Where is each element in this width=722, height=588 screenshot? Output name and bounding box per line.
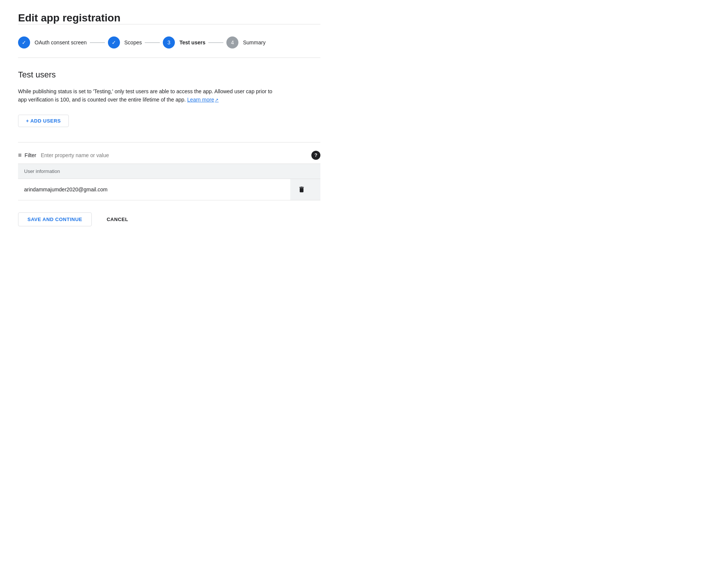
table-header: User information (18, 164, 320, 179)
filter-row: ≡ Filter ? (18, 147, 320, 164)
stepper: ✓ OAuth consent screen ✓ Scopes 3 Test u… (18, 36, 320, 58)
step-test-users: 3 Test users (163, 36, 205, 48)
step-label-oauth: OAuth consent screen (35, 39, 87, 45)
col-header-user-info: User information (18, 164, 290, 179)
step-circle-test-users: 3 (163, 36, 175, 48)
checkmark-icon: ✓ (22, 39, 26, 45)
step-scopes: ✓ Scopes (108, 36, 142, 48)
step-summary: 4 Summary (226, 36, 265, 48)
help-icon[interactable]: ? (311, 151, 320, 160)
description-text: While publishing status is set to 'Testi… (18, 87, 274, 104)
main-content: Test users While publishing status is se… (18, 70, 320, 226)
user-email: arindammajumder2020@gmail.com (18, 179, 290, 200)
step-circle-scopes: ✓ (108, 36, 120, 48)
step-connector-3 (208, 42, 223, 43)
table-body: arindammajumder2020@gmail.com (18, 179, 320, 200)
trash-icon (298, 186, 305, 193)
step-circle-oauth: ✓ (18, 36, 30, 48)
page-title: Edit app registration (18, 12, 320, 24)
filter-section: ≡ Filter ? User information arindammajum… (18, 142, 320, 200)
filter-icon: ≡ (18, 152, 21, 159)
title-divider (18, 24, 320, 24)
step-oauth: ✓ OAuth consent screen (18, 36, 87, 48)
users-table: User information arindammajumder2020@gma… (18, 164, 320, 200)
step-label-summary: Summary (243, 39, 265, 45)
section-title: Test users (18, 70, 320, 80)
step-label-test-users: Test users (179, 39, 205, 45)
step-label-scopes: Scopes (124, 39, 142, 45)
step-circle-summary: 4 (226, 36, 238, 48)
filter-input[interactable] (41, 152, 308, 158)
bottom-actions: SAVE AND CONTINUE CANCEL (18, 212, 320, 226)
add-users-button[interactable]: + ADD USERS (18, 115, 69, 127)
col-header-actions (290, 164, 320, 179)
learn-more-link[interactable]: Learn more↗ (187, 97, 219, 103)
cancel-button[interactable]: CANCEL (101, 213, 134, 226)
step-number-4: 4 (231, 39, 234, 45)
step-connector-2 (145, 42, 160, 43)
external-link-icon: ↗ (215, 97, 218, 103)
save-and-continue-button[interactable]: SAVE AND CONTINUE (18, 212, 92, 226)
delete-user-button[interactable] (296, 184, 307, 195)
checkmark-icon-2: ✓ (112, 39, 116, 45)
step-number-3: 3 (167, 39, 170, 45)
filter-label: Filter (24, 152, 36, 158)
action-cell (290, 179, 320, 200)
table-row: arindammajumder2020@gmail.com (18, 179, 320, 200)
step-connector-1 (90, 42, 105, 43)
